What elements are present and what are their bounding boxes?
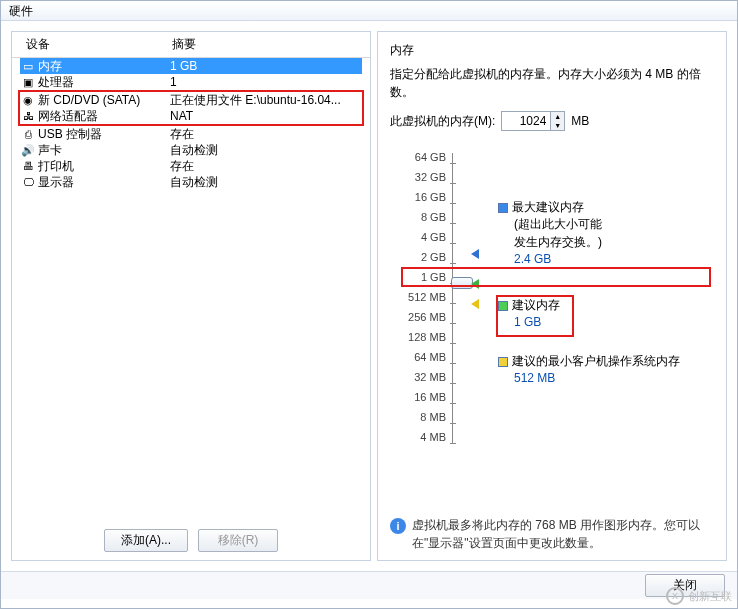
memory-input[interactable] bbox=[502, 112, 550, 130]
memory-slider[interactable] bbox=[452, 153, 470, 443]
device-summary: 自动检测 bbox=[170, 174, 362, 191]
scale-label: 8 GB bbox=[390, 207, 446, 227]
window-title: 硬件 bbox=[1, 1, 737, 21]
close-button[interactable]: 关闭 bbox=[645, 574, 725, 597]
device-name: 内存 bbox=[36, 58, 170, 75]
hardware-row-6[interactable]: 🖶打印机存在 bbox=[20, 158, 362, 174]
legend-minimum: 建议的最小客户机操作系统内存 512 MB bbox=[498, 353, 680, 388]
cpu-icon: ▣ bbox=[20, 75, 36, 89]
device-summary: 1 GB bbox=[170, 59, 362, 73]
hardware-list-panel: 设备 摘要 ▭内存1 GB▣处理器1◉新 CD/DVD (SATA)正在使用文件… bbox=[11, 31, 371, 561]
device-summary: NAT bbox=[170, 109, 362, 123]
legend-max: 最大建议内存 (超出此大小可能 发生内存交换。) 2.4 GB bbox=[498, 199, 602, 269]
scale-label: 4 MB bbox=[390, 427, 446, 447]
display-icon: 🖵 bbox=[20, 175, 36, 189]
device-name: 显示器 bbox=[36, 174, 170, 191]
device-name: 打印机 bbox=[36, 158, 170, 175]
scale-label: 128 MB bbox=[390, 327, 446, 347]
usb-icon: ⎙ bbox=[20, 127, 36, 141]
device-summary: 正在使用文件 E:\ubuntu-16.04... bbox=[170, 92, 362, 109]
memory-description: 指定分配给此虚拟机的内存量。内存大小必须为 4 MB 的倍数。 bbox=[390, 65, 714, 101]
device-summary: 自动检测 bbox=[170, 142, 362, 159]
hardware-list[interactable]: ▭内存1 GB▣处理器1◉新 CD/DVD (SATA)正在使用文件 E:\ub… bbox=[12, 58, 370, 521]
scale-label: 8 MB bbox=[390, 407, 446, 427]
add-hardware-button[interactable]: 添加(A)... bbox=[104, 529, 188, 552]
scale-label: 32 GB bbox=[390, 167, 446, 187]
memory-footer-info: i 虚拟机最多将此内存的 768 MB 用作图形内存。您可以在"显示器"设置页面… bbox=[390, 516, 714, 552]
scale-label: 16 MB bbox=[390, 387, 446, 407]
memory-scale: 64 GB32 GB16 GB8 GB4 GB2 GB1 GB512 MB256… bbox=[390, 147, 714, 447]
device-summary: 1 bbox=[170, 75, 362, 89]
hardware-list-header: 设备 摘要 bbox=[12, 32, 370, 58]
memory-unit: MB bbox=[571, 114, 589, 128]
memory-section-title: 内存 bbox=[390, 42, 714, 59]
memory-settings-panel: 内存 指定分配给此虚拟机的内存量。内存大小必须为 4 MB 的倍数。 此虚拟机的… bbox=[377, 31, 727, 561]
disc-icon: ◉ bbox=[20, 93, 36, 107]
square-blue-icon bbox=[498, 203, 508, 213]
device-name: 声卡 bbox=[36, 142, 170, 159]
spinner-up-icon[interactable]: ▲ bbox=[550, 112, 564, 121]
memory-icon: ▭ bbox=[20, 59, 36, 73]
device-name: 网络适配器 bbox=[36, 108, 170, 125]
header-summary: 摘要 bbox=[168, 36, 370, 53]
marker-min-icon bbox=[471, 299, 479, 309]
scale-label: 2 GB bbox=[390, 247, 446, 267]
hardware-row-3[interactable]: 🖧网络适配器NAT bbox=[20, 108, 362, 124]
dialog-button-bar: 关闭 bbox=[1, 571, 737, 599]
hardware-row-1[interactable]: ▣处理器1 bbox=[20, 74, 362, 90]
scale-label: 64 MB bbox=[390, 347, 446, 367]
highlight-box-1gb bbox=[401, 267, 711, 287]
hardware-row-2[interactable]: ◉新 CD/DVD (SATA)正在使用文件 E:\ubuntu-16.04..… bbox=[20, 92, 362, 108]
device-summary: 存在 bbox=[170, 126, 362, 143]
sound-icon: 🔊 bbox=[20, 143, 36, 157]
memory-spinner[interactable]: ▲ ▼ bbox=[501, 111, 565, 131]
marker-max-icon bbox=[471, 249, 479, 259]
scale-label: 16 GB bbox=[390, 187, 446, 207]
legend-recommended: 建议内存 1 GB bbox=[498, 297, 560, 332]
printer-icon: 🖶 bbox=[20, 159, 36, 173]
memory-input-label: 此虚拟机的内存(M): bbox=[390, 113, 495, 130]
network-icon: 🖧 bbox=[20, 109, 36, 123]
square-green-icon bbox=[498, 301, 508, 311]
scale-label: 256 MB bbox=[390, 307, 446, 327]
scale-label: 4 GB bbox=[390, 227, 446, 247]
info-icon: i bbox=[390, 518, 406, 534]
device-summary: 存在 bbox=[170, 158, 362, 175]
spinner-down-icon[interactable]: ▼ bbox=[550, 121, 564, 130]
scale-label: 64 GB bbox=[390, 147, 446, 167]
remove-hardware-button[interactable]: 移除(R) bbox=[198, 529, 278, 552]
hardware-row-4[interactable]: ⎙USB 控制器存在 bbox=[20, 126, 362, 142]
square-yellow-icon bbox=[498, 357, 508, 367]
device-name: 处理器 bbox=[36, 74, 170, 91]
hardware-row-5[interactable]: 🔊声卡自动检测 bbox=[20, 142, 362, 158]
highlight-box-devices: ◉新 CD/DVD (SATA)正在使用文件 E:\ubuntu-16.04..… bbox=[18, 90, 364, 126]
hardware-row-0[interactable]: ▭内存1 GB bbox=[20, 58, 362, 74]
scale-label: 512 MB bbox=[390, 287, 446, 307]
scale-label: 32 MB bbox=[390, 367, 446, 387]
header-device: 设备 bbox=[18, 36, 168, 53]
hardware-row-7[interactable]: 🖵显示器自动检测 bbox=[20, 174, 362, 190]
device-name: USB 控制器 bbox=[36, 126, 170, 143]
device-name: 新 CD/DVD (SATA) bbox=[36, 92, 170, 109]
